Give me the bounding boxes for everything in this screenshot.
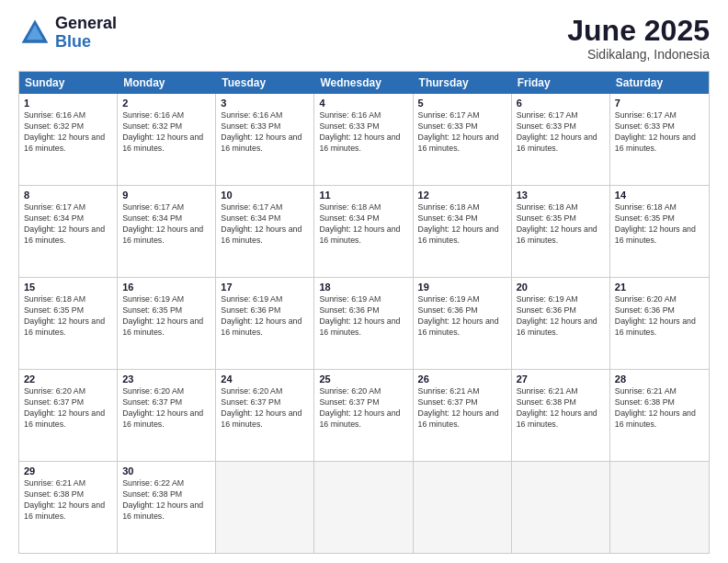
calendar-row-3: 15Sunrise: 6:18 AMSunset: 6:35 PMDayligh… bbox=[19, 278, 709, 370]
cell-info: Sunrise: 6:18 AMSunset: 6:35 PMDaylight:… bbox=[24, 294, 112, 339]
cell-info: Sunrise: 6:17 AMSunset: 6:34 PMDaylight:… bbox=[122, 202, 210, 247]
calendar-cell: 2Sunrise: 6:16 AMSunset: 6:32 PMDaylight… bbox=[118, 94, 216, 185]
day-number: 2 bbox=[122, 98, 210, 109]
calendar-cell: 17Sunrise: 6:19 AMSunset: 6:36 PMDayligh… bbox=[216, 278, 314, 369]
header-tuesday: Tuesday bbox=[216, 72, 314, 94]
calendar-cell bbox=[610, 462, 709, 553]
day-number: 5 bbox=[418, 98, 506, 109]
day-number: 25 bbox=[319, 373, 407, 385]
header-sunday: Sunday bbox=[19, 72, 118, 94]
cell-info: Sunrise: 6:17 AMSunset: 6:33 PMDaylight:… bbox=[517, 110, 605, 155]
day-number: 27 bbox=[517, 373, 605, 385]
calendar-cell: 22Sunrise: 6:20 AMSunset: 6:37 PMDayligh… bbox=[19, 370, 118, 461]
calendar-cell bbox=[512, 462, 610, 553]
cell-info: Sunrise: 6:18 AMSunset: 6:35 PMDaylight:… bbox=[615, 202, 704, 247]
calendar-cell: 11Sunrise: 6:18 AMSunset: 6:34 PMDayligh… bbox=[314, 186, 413, 277]
day-number: 30 bbox=[122, 465, 210, 477]
cell-info: Sunrise: 6:20 AMSunset: 6:37 PMDaylight:… bbox=[221, 386, 309, 431]
day-number: 10 bbox=[221, 190, 309, 201]
day-number: 6 bbox=[517, 98, 605, 109]
calendar-cell bbox=[414, 462, 512, 553]
calendar-cell: 10Sunrise: 6:17 AMSunset: 6:34 PMDayligh… bbox=[216, 186, 314, 277]
cell-info: Sunrise: 6:16 AMSunset: 6:33 PMDaylight:… bbox=[319, 110, 407, 155]
day-number: 18 bbox=[319, 282, 407, 293]
day-number: 15 bbox=[24, 282, 112, 293]
day-number: 12 bbox=[418, 190, 506, 201]
calendar-cell bbox=[216, 462, 314, 553]
cell-info: Sunrise: 6:20 AMSunset: 6:37 PMDaylight:… bbox=[122, 386, 210, 431]
page: General Blue June 2025 Sidikalang, Indon… bbox=[0, 0, 728, 563]
day-number: 8 bbox=[24, 190, 112, 201]
cell-info: Sunrise: 6:20 AMSunset: 6:37 PMDaylight:… bbox=[24, 386, 112, 431]
calendar-cell: 21Sunrise: 6:20 AMSunset: 6:36 PMDayligh… bbox=[610, 278, 709, 369]
calendar-row-5: 29Sunrise: 6:21 AMSunset: 6:38 PMDayligh… bbox=[19, 462, 709, 553]
title-block: June 2025 Sidikalang, Indonesia bbox=[567, 15, 710, 62]
cell-info: Sunrise: 6:20 AMSunset: 6:36 PMDaylight:… bbox=[615, 294, 704, 339]
day-number: 29 bbox=[24, 465, 112, 477]
cell-info: Sunrise: 6:19 AMSunset: 6:36 PMDaylight:… bbox=[517, 294, 605, 339]
calendar-cell: 14Sunrise: 6:18 AMSunset: 6:35 PMDayligh… bbox=[610, 186, 709, 277]
day-number: 20 bbox=[517, 282, 605, 293]
calendar-cell: 8Sunrise: 6:17 AMSunset: 6:34 PMDaylight… bbox=[19, 186, 118, 277]
cell-info: Sunrise: 6:21 AMSunset: 6:37 PMDaylight:… bbox=[418, 386, 506, 431]
calendar-cell: 3Sunrise: 6:16 AMSunset: 6:33 PMDaylight… bbox=[216, 94, 314, 185]
day-number: 1 bbox=[24, 98, 112, 109]
calendar-cell: 24Sunrise: 6:20 AMSunset: 6:37 PMDayligh… bbox=[216, 370, 314, 461]
cell-info: Sunrise: 6:21 AMSunset: 6:38 PMDaylight:… bbox=[517, 386, 605, 431]
cell-info: Sunrise: 6:16 AMSunset: 6:32 PMDaylight:… bbox=[122, 110, 210, 155]
calendar-cell: 4Sunrise: 6:16 AMSunset: 6:33 PMDaylight… bbox=[314, 94, 413, 185]
logo-blue: Blue bbox=[55, 32, 91, 51]
calendar-cell: 27Sunrise: 6:21 AMSunset: 6:38 PMDayligh… bbox=[512, 370, 610, 461]
cell-info: Sunrise: 6:19 AMSunset: 6:36 PMDaylight:… bbox=[418, 294, 506, 339]
header: General Blue June 2025 Sidikalang, Indon… bbox=[18, 15, 710, 62]
day-number: 14 bbox=[615, 190, 704, 201]
calendar-cell: 19Sunrise: 6:19 AMSunset: 6:36 PMDayligh… bbox=[414, 278, 512, 369]
cell-info: Sunrise: 6:17 AMSunset: 6:33 PMDaylight:… bbox=[418, 110, 506, 155]
day-number: 7 bbox=[615, 98, 704, 109]
cell-info: Sunrise: 6:21 AMSunset: 6:38 PMDaylight:… bbox=[24, 478, 112, 523]
calendar-row-2: 8Sunrise: 6:17 AMSunset: 6:34 PMDaylight… bbox=[19, 186, 709, 278]
day-number: 22 bbox=[24, 373, 112, 385]
location: Sidikalang, Indonesia bbox=[567, 47, 710, 62]
cell-info: Sunrise: 6:19 AMSunset: 6:35 PMDaylight:… bbox=[122, 294, 210, 339]
day-number: 11 bbox=[319, 190, 407, 201]
day-number: 21 bbox=[615, 282, 704, 293]
calendar-cell: 16Sunrise: 6:19 AMSunset: 6:35 PMDayligh… bbox=[118, 278, 216, 369]
day-number: 3 bbox=[221, 98, 309, 109]
month-title: June 2025 bbox=[567, 15, 710, 47]
day-number: 28 bbox=[615, 373, 704, 385]
calendar-cell: 26Sunrise: 6:21 AMSunset: 6:37 PMDayligh… bbox=[414, 370, 512, 461]
cell-info: Sunrise: 6:20 AMSunset: 6:37 PMDaylight:… bbox=[319, 386, 407, 431]
calendar-cell: 1Sunrise: 6:16 AMSunset: 6:32 PMDaylight… bbox=[19, 94, 118, 185]
cell-info: Sunrise: 6:19 AMSunset: 6:36 PMDaylight:… bbox=[221, 294, 309, 339]
day-number: 26 bbox=[418, 373, 506, 385]
calendar-cell: 25Sunrise: 6:20 AMSunset: 6:37 PMDayligh… bbox=[314, 370, 413, 461]
logo-general: General bbox=[55, 14, 117, 32]
calendar-header: Sunday Monday Tuesday Wednesday Thursday… bbox=[19, 72, 709, 94]
calendar-row-4: 22Sunrise: 6:20 AMSunset: 6:37 PMDayligh… bbox=[19, 370, 709, 462]
cell-info: Sunrise: 6:21 AMSunset: 6:38 PMDaylight:… bbox=[615, 386, 704, 431]
cell-info: Sunrise: 6:17 AMSunset: 6:34 PMDaylight:… bbox=[221, 202, 309, 247]
day-number: 19 bbox=[418, 282, 506, 293]
calendar-cell: 6Sunrise: 6:17 AMSunset: 6:33 PMDaylight… bbox=[512, 94, 610, 185]
calendar-body: 1Sunrise: 6:16 AMSunset: 6:32 PMDaylight… bbox=[19, 94, 709, 553]
logo: General Blue bbox=[18, 15, 117, 52]
day-number: 23 bbox=[122, 373, 210, 385]
calendar-cell: 18Sunrise: 6:19 AMSunset: 6:36 PMDayligh… bbox=[314, 278, 413, 369]
cell-info: Sunrise: 6:19 AMSunset: 6:36 PMDaylight:… bbox=[319, 294, 407, 339]
header-thursday: Thursday bbox=[414, 72, 512, 94]
day-number: 24 bbox=[221, 373, 309, 385]
calendar-cell: 30Sunrise: 6:22 AMSunset: 6:38 PMDayligh… bbox=[118, 462, 216, 553]
day-number: 9 bbox=[122, 190, 210, 201]
day-number: 17 bbox=[221, 282, 309, 293]
cell-info: Sunrise: 6:17 AMSunset: 6:34 PMDaylight:… bbox=[24, 202, 112, 247]
header-friday: Friday bbox=[512, 72, 610, 94]
cell-info: Sunrise: 6:18 AMSunset: 6:34 PMDaylight:… bbox=[418, 202, 506, 247]
header-wednesday: Wednesday bbox=[314, 72, 413, 94]
cell-info: Sunrise: 6:16 AMSunset: 6:32 PMDaylight:… bbox=[24, 110, 112, 155]
day-number: 16 bbox=[122, 282, 210, 293]
calendar-cell: 23Sunrise: 6:20 AMSunset: 6:37 PMDayligh… bbox=[118, 370, 216, 461]
day-number: 4 bbox=[319, 98, 407, 109]
calendar-cell: 29Sunrise: 6:21 AMSunset: 6:38 PMDayligh… bbox=[19, 462, 118, 553]
calendar-row-1: 1Sunrise: 6:16 AMSunset: 6:32 PMDaylight… bbox=[19, 94, 709, 186]
